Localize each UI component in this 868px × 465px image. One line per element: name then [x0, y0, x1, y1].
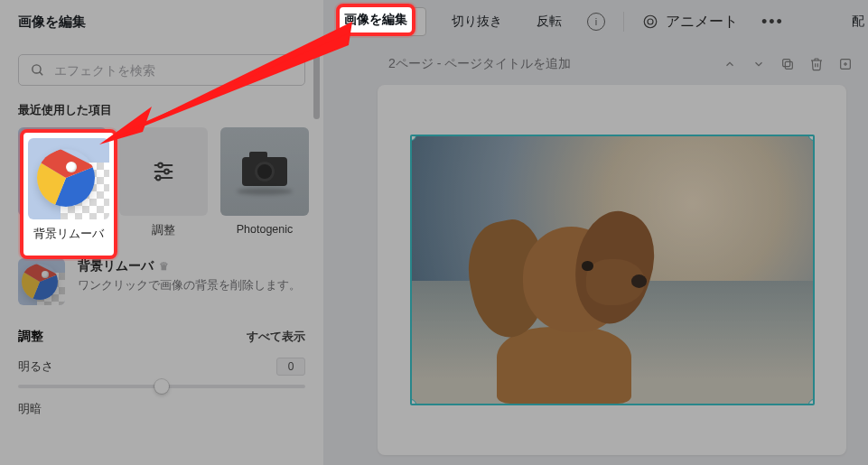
tile-adjust[interactable]: 調整 [119, 127, 208, 238]
dog-photo [412, 136, 813, 404]
search-icon [30, 62, 45, 78]
highlight-edit-image: 画像を編集 [336, 4, 415, 36]
align-button[interactable]: 配 [852, 14, 868, 30]
contrast-slider[interactable]: 明暗 [18, 401, 305, 417]
premium-icon: ♛ [159, 260, 169, 273]
toolbar-separator [623, 12, 624, 32]
animate-icon [642, 14, 658, 30]
resize-handle[interactable] [603, 404, 621, 405]
flip-button[interactable]: 反転 [527, 8, 571, 35]
resize-handle[interactable] [808, 399, 815, 405]
more-button[interactable]: ••• [754, 9, 791, 35]
slider-knob[interactable] [154, 379, 169, 394]
svg-line-3 [40, 72, 42, 75]
feature-bg-remover[interactable]: 背景リムーバ♛ ワンクリックで画像の背景を削除します。 [18, 258, 305, 305]
highlight-tile-label: 背景リムーバ [30, 225, 107, 244]
resize-handle[interactable] [410, 261, 412, 279]
svg-rect-10 [785, 61, 792, 69]
page-canvas[interactable] [378, 85, 846, 455]
info-icon[interactable]: i [587, 13, 605, 31]
crop-button[interactable]: 切り抜き [443, 8, 511, 35]
contrast-label: 明暗 [18, 401, 42, 417]
resize-handle[interactable] [813, 261, 815, 279]
search-input[interactable] [54, 63, 294, 78]
tile-label: 調整 [152, 223, 175, 238]
animate-label: アニメート [666, 13, 738, 32]
resize-handle[interactable] [603, 135, 621, 136]
svg-point-9 [156, 176, 161, 181]
animate-button[interactable]: アニメート [642, 13, 738, 32]
svg-point-1 [648, 19, 653, 24]
tile-photogenic[interactable]: Photogenic [220, 127, 309, 238]
page-down-button[interactable] [751, 56, 767, 72]
top-toolbar: 画像を編集 画像を編集 切り抜き 反転 i アニメート ••• 配 [0, 0, 868, 43]
svg-rect-11 [783, 60, 790, 67]
canvas-area: 2ページ - ページタイトルを追加 [323, 0, 868, 465]
brightness-value[interactable]: 0 [276, 358, 305, 376]
show-all-button[interactable]: すべて表示 [247, 330, 305, 345]
brightness-slider[interactable]: 明るさ 0 [18, 358, 305, 388]
resize-handle[interactable] [410, 399, 416, 405]
panel-title: 画像を編集 [18, 14, 86, 31]
adjust-section-title: 調整 [18, 329, 43, 345]
svg-point-2 [33, 65, 41, 73]
duplicate-page-button[interactable] [779, 56, 796, 72]
svg-point-0 [644, 15, 657, 28]
add-page-button[interactable] [837, 56, 854, 72]
selected-image[interactable] [410, 135, 815, 405]
svg-point-5 [158, 163, 163, 168]
sliders-icon [119, 127, 208, 216]
highlight-bg-remover-tile: 背景リムーバ [20, 129, 117, 259]
svg-point-7 [164, 170, 169, 174]
delete-page-button[interactable] [808, 56, 825, 72]
recent-section-title: 最近使用した項目 [18, 102, 305, 118]
search-input-wrap[interactable] [18, 54, 305, 86]
tile-label: Photogenic [237, 223, 294, 236]
brightness-label: 明るさ [18, 358, 53, 375]
page-up-button[interactable] [722, 56, 738, 72]
highlight-edit-image-label: 画像を編集 [344, 12, 407, 28]
scrollbar[interactable] [313, 52, 320, 119]
feature-desc: ワンクリックで画像の背景を削除します。 [78, 278, 301, 293]
page-title[interactable]: 2ページ - ページタイトルを追加 [388, 56, 571, 72]
feature-title: 背景リムーバ [78, 258, 154, 274]
